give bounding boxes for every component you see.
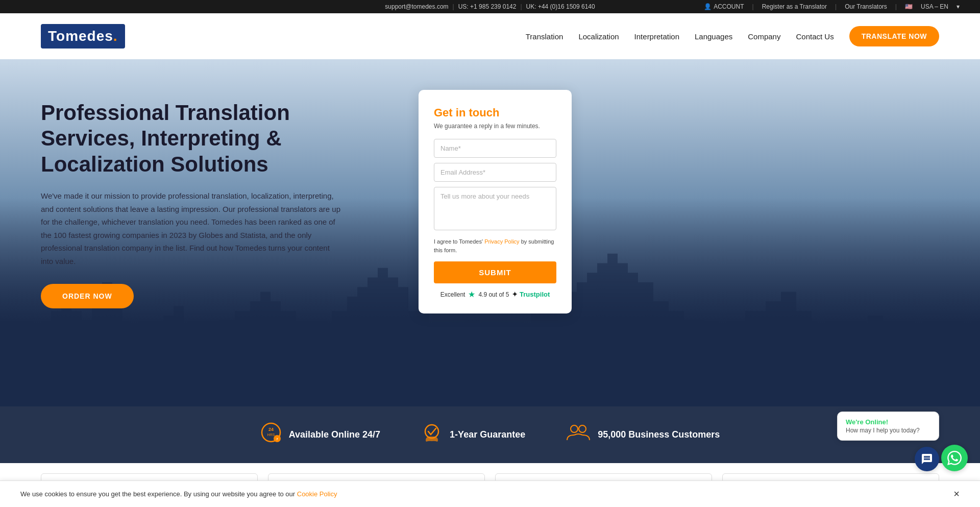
chat-widget: We're Online! How may I help you today? <box>837 412 939 441</box>
topbar-phone-us: US: +1 985 239 0142 <box>458 3 517 10</box>
trustpilot-excellent-label: Excellent <box>440 291 465 298</box>
topbar-divider4: | <box>835 3 837 10</box>
nav-localization[interactable]: Localization <box>578 32 619 41</box>
trustpilot-logo: ✦ Trustpilot <box>512 291 550 298</box>
svg-point-7 <box>579 425 586 432</box>
privacy-text: I agree to Tomedes' Privacy Policy by su… <box>434 237 556 254</box>
cookie-bar: We use cookies to ensure you get the bes… <box>0 480 980 499</box>
logo-dot: . <box>113 28 118 44</box>
contact-form-subtitle: We guarantee a reply in a few minutes. <box>434 123 556 130</box>
contact-form-card: Get in touch We guarantee a reply in a f… <box>419 90 572 313</box>
submit-button[interactable]: SUBMIT <box>434 261 556 283</box>
hero-content: Professional Translation Services, Inter… <box>41 90 388 308</box>
trustpilot-score: 4.9 out of 5 <box>478 291 509 298</box>
whatsapp-icon <box>947 451 962 465</box>
hero-description: We've made it our mission to provide pro… <box>41 189 342 268</box>
chat-bubble-icon <box>921 453 933 465</box>
topbar-divider2: | <box>520 3 522 10</box>
locale-label[interactable]: USA – EN <box>921 3 948 10</box>
customers-icon-svg <box>566 422 591 443</box>
topbar-divider3: | <box>752 3 754 10</box>
our-translators-link[interactable]: Our Translators <box>845 3 887 10</box>
email-input[interactable] <box>434 163 556 182</box>
topbar-right: 👤 ACCOUNT | Register as a Translator | O… <box>704 3 960 10</box>
trustpilot-row: Excellent ★ 4.9 out of 5 ✦ Trustpilot <box>434 289 556 299</box>
logo[interactable]: Tomedes. <box>41 24 125 49</box>
svg-point-5 <box>425 425 438 438</box>
svg-text:24: 24 <box>268 427 274 432</box>
stat-guarantee-label: 1-Year Guarantee <box>450 429 525 440</box>
main-nav: Translation Localization Interpretation … <box>526 26 939 46</box>
top-bar: support@tomedes.com | US: +1 985 239 014… <box>0 0 980 13</box>
nav-translation[interactable]: Translation <box>526 32 564 41</box>
nav-company[interactable]: Company <box>748 32 780 41</box>
svg-text:HRS: HRS <box>267 433 275 437</box>
hero-section: Professional Translation Services, Inter… <box>0 59 980 406</box>
logo-text: Tomedes. <box>41 24 125 49</box>
stat-guarantee: 1-Year Guarantee <box>421 422 525 448</box>
clock-24-icon: 24 HRS 7 <box>260 422 282 448</box>
flag-icon: 🇺🇸 <box>905 3 913 10</box>
topbar-email[interactable]: support@tomedes.com <box>385 3 448 10</box>
topbar-divider5: | <box>895 3 897 10</box>
stat-customers: 95,000 Business Customers <box>566 422 720 448</box>
header: Tomedes. Translation Localization Interp… <box>0 13 980 59</box>
nav-interpretation[interactable]: Interpretation <box>634 32 679 41</box>
topbar-phone-uk: UK: +44 (0)16 1509 6140 <box>526 3 595 10</box>
contact-form-title: Get in touch <box>434 106 556 119</box>
topbar-divider1: | <box>453 3 454 10</box>
account-link[interactable]: 👤 ACCOUNT <box>704 3 744 10</box>
livechat-button[interactable] <box>915 447 939 471</box>
nav-contact-us[interactable]: Contact Us <box>796 32 834 41</box>
cookie-policy-link[interactable]: Cookie Policy <box>297 490 337 498</box>
stat-availability-label: Available Online 24/7 <box>289 429 380 440</box>
privacy-policy-link[interactable]: Privacy Policy <box>484 238 519 245</box>
guarantee-icon <box>421 422 443 448</box>
stat-availability: 24 HRS 7 Available Online 24/7 <box>260 422 380 448</box>
stats-bar: 24 HRS 7 Available Online 24/7 1-Year Gu… <box>0 406 980 463</box>
person-icon: 👤 <box>704 3 712 10</box>
nav-languages[interactable]: Languages <box>695 32 732 41</box>
customers-icon <box>566 422 591 448</box>
register-link[interactable]: Register as a Translator <box>762 3 827 10</box>
order-now-button[interactable]: ORDER NOW <box>41 284 134 308</box>
chat-how-label: How may I help you today? <box>846 427 930 434</box>
whatsapp-button[interactable] <box>941 445 968 471</box>
message-input[interactable] <box>434 187 556 230</box>
cookie-close-button[interactable]: × <box>953 488 960 499</box>
svg-point-6 <box>571 425 578 432</box>
chat-online-label: We're Online! <box>846 418 930 426</box>
trustpilot-star-icon: ★ <box>468 289 475 299</box>
availability-icon-svg: 24 HRS 7 <box>260 422 282 443</box>
translate-now-button[interactable]: TRANSLATE NOW <box>849 26 939 46</box>
hero-title: Professional Translation Services, Inter… <box>41 100 388 177</box>
cookie-text: We use cookies to ensure you get the bes… <box>20 490 337 498</box>
stat-customers-label: 95,000 Business Customers <box>598 429 720 440</box>
chevron-down-icon: ▾ <box>957 3 960 10</box>
name-input[interactable] <box>434 139 556 158</box>
guarantee-icon-svg <box>421 422 443 443</box>
